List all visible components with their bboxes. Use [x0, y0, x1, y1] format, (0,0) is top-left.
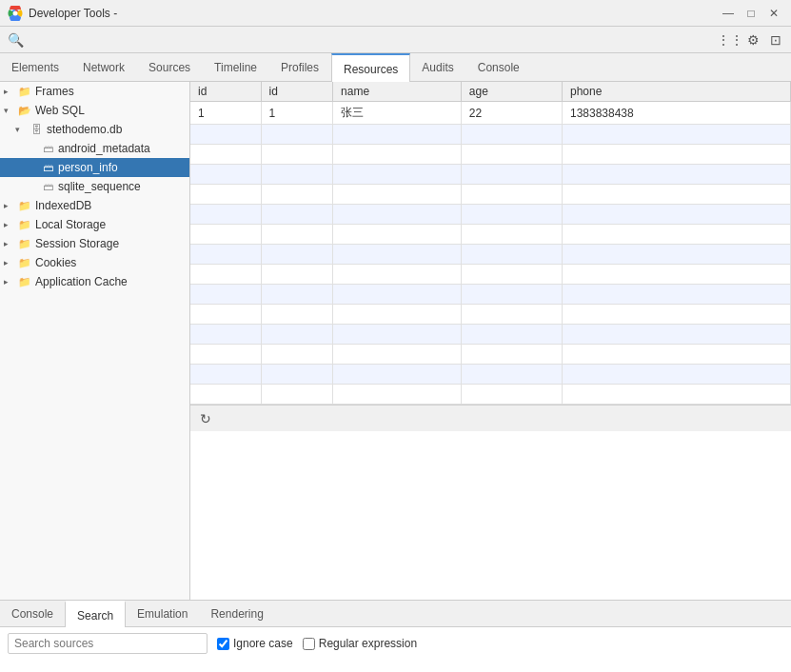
- person-info-label: person_info: [58, 161, 118, 174]
- cell-id1: 1: [190, 102, 261, 125]
- cell-name: 张三: [333, 102, 462, 125]
- sqlite-sequence-label: sqlite_sequence: [58, 180, 141, 193]
- ignore-case-checkbox[interactable]: [217, 638, 229, 650]
- session-storage-label: Session Storage: [35, 237, 119, 250]
- sidebar-item-frames[interactable]: 📁 Frames: [0, 82, 189, 101]
- tab-network[interactable]: Network: [71, 53, 137, 82]
- title-bar: Developer Tools - — □ ✕: [0, 0, 791, 27]
- bottom-tab-search[interactable]: Search: [65, 601, 126, 627]
- col-header-phone: phone: [562, 82, 790, 102]
- table-row: [190, 145, 791, 165]
- bottom-tab-console[interactable]: Console: [0, 601, 65, 627]
- sidebar-item-cookies[interactable]: 📁 Cookies: [0, 253, 189, 272]
- cookies-folder-icon: 📁: [17, 255, 32, 270]
- table-row: [190, 385, 791, 405]
- sidebar-item-application-cache[interactable]: 📁 Application Cache: [0, 272, 189, 291]
- android-metadata-table-icon: 🗃: [40, 141, 55, 156]
- tab-audits[interactable]: Audits: [410, 53, 465, 82]
- stethodemo-arrow: [15, 125, 29, 134]
- table-header-row: id id name age phone: [190, 82, 791, 102]
- col-header-age: age: [461, 82, 562, 102]
- indexeddb-label: IndexedDB: [35, 199, 91, 212]
- cell-phone: 1383838438: [562, 102, 790, 125]
- table-row: [190, 225, 791, 245]
- websql-folder-icon: 📂: [17, 103, 32, 118]
- frames-label: Frames: [35, 85, 74, 98]
- ignore-case-label: Ignore case: [217, 637, 293, 650]
- table-row: [190, 365, 791, 385]
- sidebar: 📁 Frames 📂 Web SQL 🗄 stethodemo.db 🗃 and…: [0, 82, 190, 600]
- refresh-bar: ↻: [190, 405, 791, 431]
- search-toolbar-button[interactable]: 🔍: [4, 29, 27, 51]
- websql-label: Web SQL: [35, 104, 85, 117]
- regex-checkbox[interactable]: [303, 638, 315, 650]
- sidebar-item-person-info[interactable]: 🗃 person_info: [0, 158, 189, 177]
- close-button[interactable]: ✕: [764, 4, 783, 23]
- sidebar-item-local-storage[interactable]: 📁 Local Storage: [0, 215, 189, 234]
- window-controls: — □ ✕: [719, 4, 783, 23]
- app-cache-arrow: [4, 277, 17, 287]
- local-storage-label: Local Storage: [35, 218, 106, 231]
- table-row: [190, 265, 791, 285]
- data-table: id id name age phone 1 1 张三 22 138383843…: [190, 82, 791, 405]
- tab-sources[interactable]: Sources: [137, 53, 203, 82]
- refresh-button[interactable]: ↻: [196, 409, 215, 428]
- sidebar-item-android-metadata[interactable]: 🗃 android_metadata: [0, 139, 189, 158]
- cell-age: 22: [461, 102, 562, 125]
- data-panel: id id name age phone 1 1 张三 22 138383843…: [190, 82, 791, 600]
- table-row: [190, 245, 791, 265]
- regex-text: Regular expression: [319, 637, 417, 650]
- websql-arrow: [4, 106, 17, 115]
- cell-id2: 1: [261, 102, 332, 125]
- person-info-table-icon: 🗃: [40, 160, 55, 175]
- table-row: [190, 345, 791, 365]
- tab-timeline[interactable]: Timeline: [203, 53, 269, 82]
- maximize-button[interactable]: □: [742, 4, 761, 23]
- overflow-button[interactable]: ⋮⋮: [719, 29, 742, 51]
- toolbar: 🔍 ⋮⋮ ⚙ ⊡: [0, 27, 791, 53]
- nav-tabs: Elements Network Sources Timeline Profil…: [0, 53, 791, 82]
- cookies-label: Cookies: [35, 256, 76, 269]
- sidebar-item-sqlite-sequence[interactable]: 🗃 sqlite_sequence: [0, 177, 189, 196]
- undock-button[interactable]: ⊡: [764, 29, 787, 51]
- table-row: 1 1 张三 22 1383838438: [190, 102, 791, 125]
- chrome-icon: [8, 6, 23, 21]
- frames-arrow: [4, 87, 17, 96]
- app-cache-folder-icon: 📁: [17, 274, 32, 289]
- session-storage-folder-icon: 📁: [17, 236, 32, 251]
- main-area: 📁 Frames 📂 Web SQL 🗄 stethodemo.db 🗃 and…: [0, 82, 791, 600]
- search-area: Ignore case Regular expression: [0, 627, 791, 660]
- bottom-tab-emulation[interactable]: Emulation: [126, 601, 199, 627]
- table-row: [190, 325, 791, 345]
- table-row: [190, 185, 791, 205]
- bottom-tabs: Console Search Emulation Rendering: [0, 601, 791, 627]
- settings-button[interactable]: ⚙: [742, 29, 764, 51]
- table-row: [190, 285, 791, 305]
- search-input[interactable]: [8, 633, 208, 654]
- cookies-arrow: [4, 258, 17, 267]
- tab-elements[interactable]: Elements: [0, 53, 71, 82]
- sidebar-item-stethodemo[interactable]: 🗄 stethodemo.db: [0, 120, 189, 139]
- tab-profiles[interactable]: Profiles: [269, 53, 331, 82]
- col-header-name: name: [333, 82, 462, 102]
- tab-console[interactable]: Console: [466, 53, 532, 82]
- sidebar-item-session-storage[interactable]: 📁 Session Storage: [0, 234, 189, 253]
- sidebar-item-websql[interactable]: 📂 Web SQL: [0, 101, 189, 120]
- sidebar-item-indexeddb[interactable]: 📁 IndexedDB: [0, 196, 189, 215]
- local-storage-folder-icon: 📁: [17, 217, 32, 232]
- table-row: [190, 205, 791, 225]
- table-row: [190, 305, 791, 325]
- ignore-case-text: Ignore case: [233, 637, 293, 650]
- bottom-tab-rendering[interactable]: Rendering: [199, 601, 274, 627]
- app-cache-label: Application Cache: [35, 275, 128, 288]
- regex-label: Regular expression: [303, 637, 417, 650]
- col-header-id2: id: [261, 82, 332, 102]
- table-row: [190, 165, 791, 185]
- minimize-button[interactable]: —: [719, 4, 738, 23]
- tab-resources[interactable]: Resources: [331, 53, 410, 82]
- title-text: Developer Tools -: [29, 7, 713, 20]
- indexeddb-folder-icon: 📁: [17, 198, 32, 213]
- bottom-panel: Console Search Emulation Rendering Ignor…: [0, 600, 791, 672]
- frames-folder-icon: 📁: [17, 84, 32, 99]
- svg-point-1: [13, 10, 18, 15]
